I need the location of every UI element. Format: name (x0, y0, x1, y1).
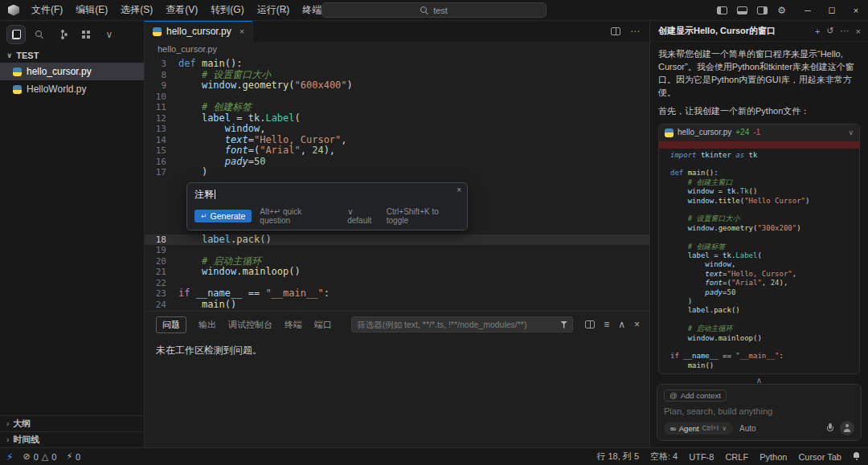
menu-view[interactable]: 查看(V) (160, 2, 203, 18)
code-line[interactable]: # 创建主窗口 (665, 178, 853, 187)
panel-menu-icon[interactable]: ≡ (604, 319, 609, 330)
menu-goto[interactable]: 转到(G) (205, 2, 249, 18)
chat-close-icon[interactable]: × (856, 27, 861, 36)
tab-ports[interactable]: 端口 (314, 319, 332, 331)
forward-icon[interactable]: → (300, 4, 310, 16)
breadcrumb[interactable]: hello_cursor.py (145, 42, 649, 56)
code-line[interactable] (665, 343, 853, 352)
code-line[interactable]: font=("Arial", 24), (665, 279, 853, 288)
outline-section[interactable]: › 大纲 (0, 415, 144, 431)
status-cursor-tab[interactable]: Cursor Tab (798, 452, 841, 462)
back-icon[interactable]: ← (280, 4, 290, 16)
toggle-panel-icon[interactable] (737, 6, 747, 14)
code-line[interactable]: # 创建标签 (665, 243, 853, 251)
code-line[interactable] (665, 206, 853, 214)
toggle-secondary-sidebar-icon[interactable] (757, 6, 768, 14)
send-avatar-button[interactable] (840, 421, 854, 435)
code-line[interactable]: ) (665, 297, 853, 306)
code-line[interactable]: 15 font=("Arial", 24), (145, 145, 649, 157)
code-line[interactable]: 21 window.mainloop() (145, 267, 649, 278)
chat-composer[interactable]: @ Add context Plan, search, build anythi… (657, 384, 862, 441)
source-control-icon[interactable] (53, 25, 72, 44)
close-button[interactable]: × (844, 0, 868, 20)
editor-tab-hello-cursor[interactable]: hello_cursor.py × (145, 21, 253, 42)
bell-icon[interactable] (853, 452, 860, 461)
code-line[interactable]: 22 (145, 278, 649, 289)
panel-close-icon[interactable]: × (634, 319, 640, 330)
chevron-down-icon[interactable]: ∨ (848, 128, 854, 138)
add-context-chip[interactable]: @ Add context (664, 390, 727, 402)
code-line[interactable]: 18 label.pack() (145, 235, 649, 246)
code-line[interactable]: 14 text="Hello, Cursor", (145, 135, 649, 146)
code-line[interactable]: 13 window, (145, 124, 649, 135)
ai-prompt-input[interactable]: 注释 (194, 188, 460, 202)
file-item-hello-cursor[interactable]: hello_cursor.py (0, 63, 144, 80)
status-cursor-position[interactable]: 行 18, 列 5 (596, 451, 639, 463)
editor-more-icon[interactable]: ⋯ (630, 26, 640, 37)
code-line[interactable]: if __name__ == "__main__": (665, 352, 853, 361)
collapse-code-icon[interactable]: ∧ (658, 376, 860, 384)
code-line[interactable]: text="Hello, Cursor", (665, 270, 853, 279)
code-line[interactable]: # 启动主循环 (665, 324, 853, 333)
code-line[interactable]: 11 # 创建标签 (145, 102, 649, 113)
chat-history-icon[interactable]: ↺ (826, 26, 833, 36)
new-chat-icon[interactable]: + (815, 27, 820, 36)
filter-icon[interactable] (560, 321, 567, 328)
toggle-sidebar-icon[interactable] (717, 6, 727, 14)
code-line[interactable]: window.title("Hello Cursor") (665, 197, 853, 206)
menu-edit[interactable]: 编辑(E) (70, 2, 113, 18)
chat-input[interactable]: Plan, search, build anything (664, 406, 854, 416)
panel-collapse-icon[interactable]: ∧ (618, 319, 625, 330)
search-box[interactable]: test (321, 2, 547, 18)
model-selector[interactable]: Auto (739, 424, 756, 433)
chat-more-icon[interactable]: ⋯ (841, 26, 850, 36)
tab-close-icon[interactable]: × (240, 27, 244, 36)
code-line[interactable]: 19 (145, 245, 649, 256)
problems-filter-input[interactable] (357, 320, 555, 329)
tab-terminal[interactable]: 终端 (285, 319, 302, 331)
file-item-helloworld[interactable]: HelloWorld.py (0, 80, 144, 98)
code-line[interactable]: window.geometry("300x200") (665, 224, 853, 233)
tab-problems[interactable]: 问题 (156, 316, 186, 333)
code-line[interactable]: 23if __name__ == "__main__": (145, 288, 649, 300)
minimize-button[interactable]: ─ (796, 0, 820, 20)
menu-selection[interactable]: 选择(S) (115, 2, 158, 18)
search-tool-icon[interactable] (30, 25, 49, 44)
code-line[interactable]: main() (665, 361, 853, 370)
timeline-section[interactable]: › 时间线 (0, 431, 144, 447)
code-line[interactable]: label.pack() (665, 306, 853, 315)
code-line[interactable]: window.mainloop() (665, 334, 853, 343)
activity-more-icon[interactable]: ∨ (100, 25, 119, 44)
code-line[interactable]: label = tk.Label( (665, 251, 853, 260)
code-line[interactable]: # 设置窗口大小 (665, 214, 853, 223)
code-line[interactable]: 12 label = tk.Label( (145, 113, 649, 124)
code-line[interactable]: 17 ) (145, 167, 649, 178)
code-line[interactable]: pady=50 (665, 288, 853, 297)
code-line[interactable]: 3def main(): (145, 59, 649, 70)
explorer-section-header[interactable]: ∨ TEST (0, 48, 144, 63)
status-encoding[interactable]: UTF-8 (689, 452, 714, 462)
code-line[interactable]: 24 main() (145, 300, 649, 311)
popup-close-icon[interactable]: × (457, 186, 461, 194)
code-line[interactable]: 16 pady=50 (145, 157, 649, 168)
code-line[interactable]: 20 # 启动主循环 (145, 256, 649, 267)
ports-status[interactable]: ⚡ 0 (66, 451, 80, 462)
status-indentation[interactable]: 空格: 4 (650, 451, 678, 463)
explorer-icon[interactable] (6, 25, 26, 44)
code-line[interactable]: window, (665, 260, 853, 269)
tab-debug-console[interactable]: 调试控制台 (228, 319, 272, 331)
voice-input-icon[interactable] (827, 423, 833, 433)
code-line[interactable] (665, 160, 853, 169)
status-language[interactable]: Python (760, 452, 787, 462)
quick-question-hint[interactable]: Alt+↵ quick question (260, 207, 331, 225)
gear-icon[interactable]: ⚙ (777, 5, 786, 16)
generate-button[interactable]: ↵ Generate (194, 210, 252, 222)
tab-output[interactable]: 输出 (199, 319, 216, 331)
extensions-icon[interactable] (76, 25, 96, 44)
code-line[interactable]: 8 # 设置窗口大小 (145, 70, 649, 81)
code-line[interactable] (665, 316, 853, 324)
code-line[interactable]: import tkinter as tk (665, 151, 853, 160)
split-editor-icon[interactable] (611, 27, 620, 35)
status-eol[interactable]: CRLF (725, 452, 748, 462)
agent-mode-selector[interactable]: ∞ Agent Ctrl+I ∨ (664, 422, 733, 434)
